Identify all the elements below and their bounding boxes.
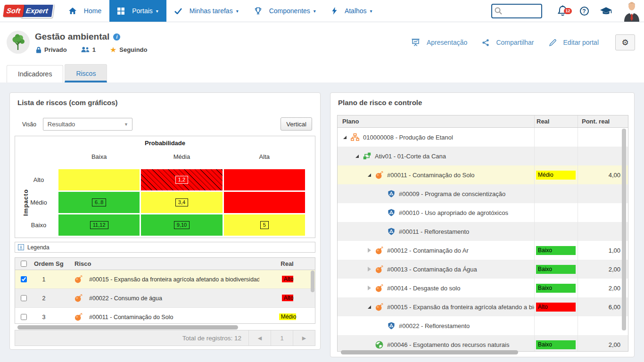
plan-tree-row[interactable]: #00012 - Contaminação do ArBaixo1,00 (338, 241, 628, 260)
plan-tree-row[interactable]: #00046 - Esgotamento dos recursos natura… (338, 335, 628, 352)
plan-tree-row[interactable]: Ativ01 - 01-Corte da Cana (338, 147, 628, 165)
nav-item-minhas-tarefas[interactable]: Minhas tarefas▾ (166, 0, 247, 22)
matrix-cell[interactable]: 1,2 (141, 169, 222, 190)
matrix-cell[interactable] (224, 192, 305, 213)
action-editar-portal[interactable]: Editar portal (549, 39, 599, 46)
search-box[interactable] (491, 4, 542, 18)
control-shield-icon (388, 190, 395, 197)
matrix-cell-label: 1,2 (175, 176, 188, 184)
portal-settings-button[interactable]: ⚙ (615, 34, 635, 50)
risk-list-panel: Lista de riscos (com gráficos) Visão Res… (9, 92, 321, 350)
col-pont-real: Pont. real (578, 115, 628, 127)
nav-item-home[interactable]: Home (61, 0, 109, 22)
matrix-cell[interactable]: 6..8 (58, 192, 140, 213)
nav-item-atalhos[interactable]: Atalhos▾ (324, 0, 380, 22)
matrix-cell[interactable]: 11,12 (58, 214, 140, 236)
star-icon: ★ (110, 47, 116, 53)
col-plano: Plano (338, 118, 534, 125)
plan-item-label: #00015 - Expansão da fronteira agrícola … (387, 304, 534, 311)
tab-riscos[interactable]: Riscos (65, 64, 107, 82)
orientation-button[interactable]: Vertical (281, 117, 312, 131)
info-icon[interactable]: i (113, 33, 120, 41)
row-checkbox[interactable] (21, 295, 27, 301)
plan-tree-row[interactable]: #00011 - Contaminação do SoloMédio4,00 (338, 165, 628, 184)
members-indicator[interactable]: 1 (81, 46, 96, 53)
nav-item-componentes[interactable]: Componentes▾ (247, 0, 324, 22)
matrix-cell-label: 6..8 (92, 198, 106, 206)
plan-tree-row[interactable]: #00010 - Uso apropriado de agrotóxicos (338, 203, 628, 222)
search-icon (495, 7, 502, 15)
plan-tree-horizontal-scrollbar[interactable] (341, 350, 518, 354)
next-page-button[interactable]: ▶ (293, 330, 315, 346)
risk-table-row[interactable]: 1#00015 - Expansão da fronteira agrícola… (15, 270, 315, 289)
plan-tree-header: Plano Real Pont. real (338, 115, 628, 128)
plan-tree-vertical-scrollbar[interactable] (622, 129, 626, 330)
environment-globe-icon (375, 341, 383, 349)
plan-pont-cell (578, 316, 628, 335)
share-icon (482, 39, 489, 46)
select-all-checkbox[interactable] (21, 261, 27, 267)
plan-item-label: #00022 - Reflorestamento (399, 322, 470, 329)
view-label: Visão (22, 121, 36, 128)
matrix-cell[interactable]: 5 (224, 214, 305, 236)
row-checkbox[interactable] (21, 276, 27, 282)
prev-page-button[interactable]: ◀ (248, 330, 271, 346)
notifications-button[interactable]: 12 (552, 5, 573, 17)
plan-tree-row[interactable]: #00015 - Expansão da fronteira agrícola … (338, 297, 628, 316)
plan-tree-row[interactable]: #00009 - Programa de conscientização (338, 184, 628, 203)
action-label: Apresentação (427, 39, 467, 46)
matrix-cell[interactable] (224, 169, 305, 190)
expand-triangle-icon[interactable] (368, 267, 371, 272)
row-ordem: 2 (32, 295, 56, 302)
portals-grid-icon (117, 8, 124, 15)
plan-tree-row[interactable]: #00014 - Desgaste do soloBaixo2,00 (338, 279, 628, 297)
matrix-cell[interactable]: 3,4 (141, 192, 222, 213)
expand-triangle-icon[interactable] (368, 248, 371, 253)
risk-table-row[interactable]: 2#00022 - Consumo de águaAlto (15, 289, 315, 308)
softexpert-logo[interactable]: SoftExpert (4, 0, 53, 22)
nav-item-portais[interactable]: Portais▾ (109, 0, 166, 22)
row-checkbox-cell (15, 295, 32, 301)
plan-pont-cell (578, 128, 628, 147)
matrix-cell[interactable]: 9,10 (141, 214, 222, 236)
collapse-triangle-icon[interactable] (355, 155, 359, 158)
plan-item-label: #00014 - Desgaste do solo (387, 285, 460, 292)
view-select[interactable]: Resultado ▼ (43, 118, 132, 131)
collapse-triangle-icon[interactable] (368, 305, 371, 309)
matrix-cell[interactable] (58, 169, 140, 190)
risk-table-horizontal-scrollbar[interactable] (17, 325, 238, 329)
content-area: Lista de riscos (com gráficos) Visão Res… (0, 82, 644, 362)
privacy-indicator: Privado (36, 46, 67, 53)
collapse-triangle-icon[interactable] (343, 136, 347, 139)
plan-pont-cell (578, 184, 628, 203)
plan-tree-row[interactable]: 010000008 - Produção de Etanol (338, 128, 628, 147)
plan-tree-row[interactable]: #00013 - Contaminação da ÁguaBaixo2,00 (338, 260, 628, 279)
collapse-triangle-icon[interactable] (368, 173, 371, 177)
page-number[interactable]: 1 (271, 330, 293, 346)
risk-level-badge: Baixo (536, 340, 576, 349)
matrix-cell-label: 9,10 (174, 221, 190, 229)
action-apresentacao[interactable]: Apresentação (412, 39, 467, 46)
risk-level-badge: Baixo (536, 265, 576, 274)
expand-triangle-icon[interactable] (368, 286, 371, 290)
plan-real-cell (534, 203, 578, 222)
plan-tree-row[interactable]: #00011 - Reflorestamento (338, 222, 628, 241)
portal-avatar[interactable] (7, 31, 30, 54)
following-toggle[interactable]: ★ Seguindo (110, 46, 148, 53)
tab-indicadores[interactable]: Indicadores (7, 65, 63, 82)
risk-table-row[interactable]: 3#00011 - Contaminação do SoloMédio (15, 308, 315, 324)
nav-label: Minhas tarefas (190, 7, 233, 15)
search-input[interactable] (502, 8, 540, 15)
risk-table-vertical-scrollbar[interactable] (311, 271, 314, 292)
control-shield-icon (388, 322, 395, 329)
user-avatar[interactable] (622, 0, 641, 22)
row-checkbox[interactable] (21, 314, 27, 320)
plan-pont-cell: 2,00 (578, 335, 628, 352)
row-risco-label: #00015 - Expansão da fronteira agrícola … (89, 276, 259, 283)
legend-toggle-bar[interactable]: Legenda (15, 242, 315, 253)
action-compartilhar[interactable]: Compartilhar (482, 39, 534, 46)
help-icon: ? (580, 7, 589, 16)
plan-tree-row[interactable]: #00022 - Reflorestamento (338, 316, 628, 335)
help-button[interactable]: ? (573, 7, 595, 16)
training-button[interactable] (595, 7, 617, 16)
